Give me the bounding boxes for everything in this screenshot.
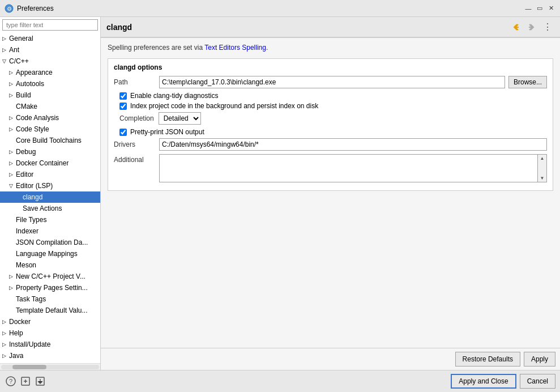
sidebar-item-clangd[interactable]: clangd — [0, 191, 100, 203]
additional-textarea[interactable] — [159, 154, 538, 182]
window-controls: — ▭ ✕ — [524, 4, 555, 13]
svg-text:⚙: ⚙ — [7, 6, 12, 12]
apply-button[interactable]: Apply — [524, 352, 555, 367]
sidebar-item-code-analysis[interactable]: ▷ Code Analysis — [0, 112, 100, 123]
sidebar-item-cpp[interactable]: ▽ C/C++ — [0, 56, 100, 67]
arrow-icon: ▷ — [2, 342, 9, 347]
sidebar-item-json-compilation[interactable]: JSON Compilation Da... — [0, 237, 100, 248]
help-icon[interactable]: ? — [5, 375, 17, 387]
drivers-input[interactable] — [159, 138, 547, 151]
arrow-icon: ▽ — [9, 183, 16, 189]
completion-select[interactable]: Detailed Bundled None — [159, 112, 201, 125]
sidebar-item-label: CMake — [16, 103, 37, 110]
apply-and-close-button[interactable]: Apply and Close — [451, 374, 516, 389]
filter-input[interactable] — [2, 19, 98, 31]
sidebar-item-debug[interactable]: ▷ Debug — [0, 146, 100, 157]
arrow-icon — [9, 217, 16, 223]
more-menu-button[interactable]: ⋮ — [541, 20, 554, 33]
arrow-icon: ▷ — [9, 70, 16, 75]
sidebar-item-language-mappings[interactable]: Language Mappings — [0, 248, 100, 259]
clang-tidy-checkbox[interactable] — [119, 92, 127, 100]
sidebar-item-meson[interactable]: Meson — [0, 259, 100, 271]
arrow-icon: ▷ — [9, 115, 16, 121]
index-project-row: Index project code in the background and… — [114, 102, 547, 110]
drivers-row: Drivers — [114, 138, 547, 151]
arrow-icon: ▷ — [9, 92, 16, 98]
panel-header: clangd — [101, 17, 560, 37]
import-icon[interactable] — [34, 375, 46, 387]
arrow-icon: ▷ — [9, 172, 16, 177]
minimize-button[interactable]: — — [524, 4, 533, 13]
pretty-print-checkbox[interactable] — [119, 129, 127, 136]
arrow-icon: ▷ — [9, 274, 16, 279]
arrow-icon: ▷ — [9, 126, 16, 132]
sidebar-item-label: Help — [9, 329, 23, 337]
clang-tidy-label: Enable clang-tidy diagnostics — [130, 92, 218, 100]
sidebar-item-new-cpp[interactable]: ▷ New C/C++ Project V... — [0, 271, 100, 282]
sidebar-item-build[interactable]: ▷ Build — [0, 90, 100, 101]
sidebar-item-appearance[interactable]: ▷ Appearance — [0, 67, 100, 78]
path-input[interactable] — [159, 76, 505, 88]
clang-tidy-row: Enable clang-tidy diagnostics — [114, 92, 547, 100]
restore-defaults-button[interactable]: Restore Defaults — [455, 352, 520, 367]
panel-content: Spelling preferences are set via Text Ed… — [101, 38, 560, 348]
sidebar-item-label: Indexer — [16, 227, 39, 235]
sidebar-item-property-pages[interactable]: ▷ Property Pages Settin... — [0, 282, 100, 293]
maximize-button[interactable]: ▭ — [535, 4, 544, 13]
sidebar-item-label: Core Build Toolchains — [16, 137, 82, 144]
sidebar-item-label: Meson — [16, 261, 36, 269]
sidebar-item-ant[interactable]: ▷ Ant — [0, 44, 100, 56]
spelling-link[interactable]: Text Editors Spelling — [204, 44, 266, 52]
sidebar-item-task-tags[interactable]: Task Tags — [0, 293, 100, 305]
sidebar-item-help[interactable]: ▷ Help — [0, 327, 100, 339]
sidebar-item-label: Autotools — [16, 80, 44, 88]
arrow-icon: ▷ — [9, 160, 16, 166]
hscroll-thumb[interactable] — [12, 365, 46, 369]
sidebar-item-template-default[interactable]: Template Default Valu... — [0, 305, 100, 316]
sidebar-item-indexer[interactable]: Indexer — [0, 225, 100, 237]
sidebar-item-label: Editor — [16, 171, 33, 178]
sidebar-item-label: Template Default Valu... — [16, 306, 88, 314]
index-project-checkbox[interactable] — [119, 103, 127, 110]
options-group-title: clangd options — [114, 63, 547, 71]
scroll-up-icon[interactable]: ▲ — [539, 155, 546, 162]
dialog-content: ▷ General ▷ Ant ▽ C/C++ ▷ — [0, 17, 560, 392]
arrow-icon — [9, 251, 16, 257]
sidebar-item-label: Build — [16, 91, 31, 99]
sidebar-item-docker[interactable]: ▷ Docker — [0, 316, 100, 327]
sidebar-item-code-style[interactable]: ▷ Code Style — [0, 123, 100, 135]
browse-button[interactable]: Browse... — [508, 76, 547, 88]
path-label: Path — [114, 78, 159, 86]
sidebar-item-label: File Types — [16, 216, 46, 224]
sidebar-item-editor[interactable]: ▷ Editor — [0, 169, 100, 180]
split-pane: ▷ General ▷ Ant ▽ C/C++ ▷ — [0, 17, 560, 370]
index-project-label: Index project code in the background and… — [130, 102, 318, 110]
arrow-icon — [16, 206, 23, 211]
forward-button[interactable] — [525, 22, 538, 33]
back-button[interactable] — [509, 22, 523, 33]
textarea-scrollbar: ▲ ▼ — [538, 154, 547, 182]
sidebar-item-save-actions[interactable]: Save Actions — [0, 203, 100, 214]
spelling-note: Spelling preferences are set via Text Ed… — [108, 44, 553, 52]
scroll-down-icon[interactable]: ▼ — [539, 174, 546, 182]
sidebar-item-editor-lsp[interactable]: ▽ Editor (LSP) — [0, 180, 100, 191]
export-icon[interactable] — [19, 375, 32, 387]
sidebar-item-docker-container[interactable]: ▷ Docker Container — [0, 157, 100, 169]
sidebar-horizontal-scrollbar[interactable] — [0, 363, 100, 370]
sidebar-item-java[interactable]: ▷ Java — [0, 350, 100, 361]
sidebar-item-general[interactable]: ▷ General — [0, 33, 100, 44]
sidebar-item-label: Docker Container — [16, 159, 69, 167]
import-prefs-icon — [35, 376, 45, 386]
cancel-button[interactable]: Cancel — [520, 374, 555, 389]
sidebar-item-file-types[interactable]: File Types — [0, 214, 100, 225]
sidebar-item-install-update[interactable]: ▷ Install/Update — [0, 339, 100, 350]
sidebar-item-label: JSON Compilation Da... — [16, 238, 88, 246]
sidebar-item-cmake[interactable]: CMake — [0, 101, 100, 112]
spelling-end: . — [266, 44, 268, 52]
sidebar-item-label: Docker — [9, 318, 31, 326]
sidebar-item-core-build[interactable]: Core Build Toolchains — [0, 135, 100, 146]
close-button[interactable]: ✕ — [546, 4, 555, 13]
sidebar-item-autotools[interactable]: ▷ Autotools — [0, 78, 100, 90]
sidebar-item-label: Ant — [9, 46, 19, 54]
bottom-right-buttons: Apply and Close Cancel — [451, 374, 555, 389]
